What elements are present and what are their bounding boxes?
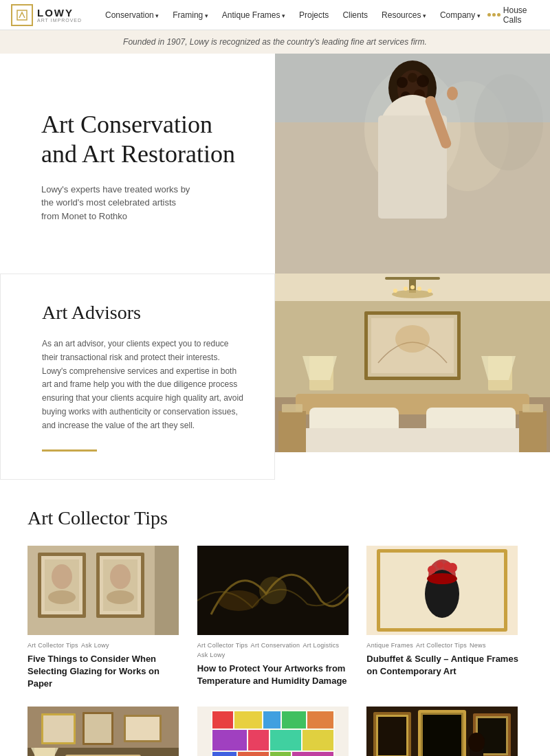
svg-point-72 — [427, 573, 457, 584]
svg-rect-62 — [197, 546, 349, 635]
tip-image-1 — [28, 546, 184, 635]
svg-rect-41 — [296, 428, 529, 452]
tip-tag: Art Collector Tips — [197, 642, 248, 649]
svg-rect-45 — [522, 404, 543, 412]
gold-divider — [42, 449, 97, 452]
nav-links: Conservation Framing Antique Frames Proj… — [98, 10, 487, 20]
svg-point-22 — [392, 290, 433, 298]
tip-tag: Ask Lowy — [81, 642, 109, 649]
svg-rect-81 — [126, 717, 160, 740]
advisors-title: Art Advisors — [42, 302, 247, 324]
svg-point-71 — [443, 562, 452, 570]
svg-point-116 — [468, 733, 485, 752]
tips-grid-row2: Art Advisors Art Collector Tips Art Cons… — [28, 707, 522, 756]
tip-image-2 — [197, 546, 353, 635]
tip-card-5[interactable]: Art Advisors Art Collector Tips Ask Lowy… — [197, 707, 353, 756]
nav-conservation[interactable]: Conservation — [98, 10, 166, 20]
tip-tags-1: Art Collector Tips Ask Lowy — [28, 642, 184, 649]
tip-tag: Antique Frames — [366, 642, 413, 649]
tips-grid-row1: Art Collector Tips Ask Lowy Five Things … — [28, 546, 522, 691]
svg-rect-42 — [278, 411, 306, 452]
nav-resources[interactable]: Resources — [375, 10, 433, 20]
svg-point-24 — [404, 287, 408, 291]
logo-box — [11, 4, 33, 26]
svg-rect-99 — [270, 752, 291, 756]
tip-title-3: Dubuffet & Scully – Antique Frames on Co… — [366, 653, 522, 678]
tips-section-title: Art Collector Tips — [28, 507, 522, 529]
svg-marker-83 — [31, 748, 58, 756]
svg-point-56 — [107, 590, 134, 604]
svg-rect-44 — [282, 404, 302, 412]
svg-rect-97 — [212, 752, 236, 756]
tip-title-1: Five Things to Consider When Selecting G… — [28, 653, 184, 691]
svg-rect-100 — [292, 752, 333, 756]
tip-image-4 — [28, 707, 184, 756]
svg-point-32 — [395, 325, 430, 353]
svg-point-10 — [408, 73, 417, 82]
svg-rect-77 — [43, 715, 74, 742]
tip-title-2: How to Protect Your Artworks from Temper… — [197, 663, 353, 687]
tip-tag: News — [470, 642, 486, 649]
tip-card-3[interactable]: Antique Frames Art Collector Tips News D… — [366, 546, 522, 691]
advisors-section: Art Advisors As an art advisor, your cli… — [0, 274, 550, 480]
hero-section: Art Conservation and Art Restoration Low… — [0, 54, 550, 274]
svg-point-50 — [52, 564, 72, 589]
nav-projects[interactable]: Projects — [292, 10, 336, 20]
svg-rect-90 — [263, 711, 280, 729]
tip-image-6 — [366, 707, 522, 756]
svg-rect-88 — [212, 711, 233, 729]
tip-card-1[interactable]: Art Collector Tips Ask Lowy Five Things … — [28, 546, 184, 691]
svg-rect-95 — [270, 730, 301, 751]
house-calls-icon — [487, 13, 500, 16]
advisors-description: As an art advisor, your clients expect y… — [42, 337, 247, 433]
tip-card-2[interactable]: Art Collector Tips Art Conservation Art … — [197, 546, 353, 691]
svg-point-51 — [48, 590, 76, 604]
svg-rect-91 — [282, 711, 306, 729]
svg-rect-96 — [302, 730, 333, 751]
svg-point-26 — [417, 287, 421, 291]
advisors-left: Art Advisors As an art advisor, your cli… — [0, 274, 275, 480]
svg-rect-89 — [234, 711, 262, 729]
logo-name: LOWY — [37, 8, 82, 18]
svg-point-55 — [110, 564, 131, 589]
tip-tags-2: Art Collector Tips Art Conservation Art … — [197, 642, 353, 658]
tip-tag: Art Logistics — [302, 642, 339, 649]
tips-section: Art Collector Tips — [0, 480, 550, 756]
banner-text: Founded in 1907, Lowy is recognized as t… — [123, 37, 427, 47]
logo-sub: ART IMPROVED — [37, 18, 82, 23]
nav-house-calls[interactable]: House Calls — [487, 5, 539, 25]
svg-point-68 — [428, 566, 436, 574]
tip-image-3 — [366, 546, 522, 635]
svg-rect-43 — [519, 411, 547, 452]
svg-rect-57 — [155, 546, 179, 635]
svg-point-8 — [397, 77, 408, 88]
svg-point-27 — [428, 289, 432, 293]
tip-tag: Ask Lowy — [197, 652, 226, 658]
svg-rect-98 — [238, 752, 269, 756]
tip-tag: Art Conservation — [251, 642, 300, 649]
hero-left: Art Conservation and Art Restoration Low… — [0, 54, 275, 274]
tip-tags-3: Antique Frames Art Collector Tips News — [366, 642, 522, 649]
svg-point-9 — [417, 75, 429, 87]
svg-point-25 — [410, 285, 415, 289]
hero-image — [275, 54, 550, 274]
house-calls-label: House Calls — [503, 5, 539, 25]
svg-rect-111 — [423, 715, 461, 756]
svg-rect-93 — [212, 730, 247, 751]
tip-card-4[interactable]: Art Advisors Art Collector Tips Art Cons… — [28, 707, 184, 756]
hero-title: Art Conservation and Art Restoration — [41, 110, 248, 169]
svg-point-70 — [437, 562, 443, 568]
nav-framing[interactable]: Framing — [166, 10, 215, 20]
tip-tag: Art Collector Tips — [416, 642, 467, 649]
nav-antique-frames[interactable]: Antique Frames — [215, 10, 292, 20]
tip-tag: Art Collector Tips — [28, 642, 78, 649]
main-nav: LOWY ART IMPROVED Conservation Framing A… — [0, 0, 550, 30]
tip-card-6[interactable]: Art Advisors Art Collector Tips Ask Lowy… — [366, 707, 522, 756]
nav-clients[interactable]: Clients — [336, 10, 375, 20]
svg-rect-108 — [378, 717, 406, 755]
nav-company[interactable]: Company — [433, 10, 487, 20]
hero-description: Lowy's experts have treated works by the… — [41, 183, 192, 223]
tip-image-5 — [197, 707, 353, 756]
logo[interactable]: LOWY ART IMPROVED — [11, 4, 82, 26]
advisors-image — [275, 274, 550, 480]
